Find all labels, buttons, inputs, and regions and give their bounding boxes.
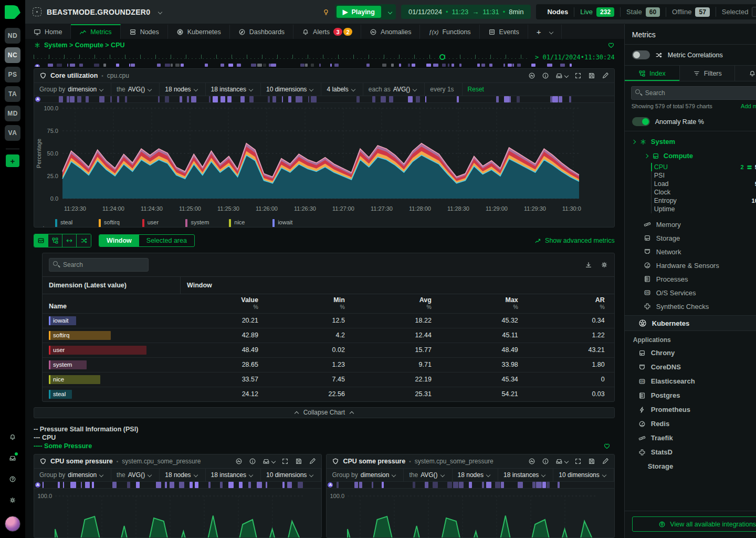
- sidebar-item-storage[interactable]: Storage: [625, 459, 756, 473]
- timeline-knob[interactable]: [439, 54, 445, 60]
- alerts-dropdown-icon[interactable]: [555, 458, 568, 465]
- reset-button[interactable]: Reset: [463, 83, 489, 96]
- table-row-system[interactable]: system28.651.239.7133.981.80: [43, 357, 614, 372]
- sidebar-leaf-cpu[interactable]: CPU250%: [625, 163, 756, 171]
- nodes-live[interactable]: Live232: [574, 7, 620, 17]
- segment-selected-area[interactable]: Selected area: [139, 235, 194, 246]
- help-icon[interactable]: [9, 474, 16, 484]
- column-header-value[interactable]: Value%: [181, 296, 268, 310]
- playing-button[interactable]: ▶Playing: [337, 6, 381, 18]
- anomaly-rate-toggle[interactable]: [632, 117, 650, 126]
- table-search-input[interactable]: [49, 258, 149, 272]
- space-name[interactable]: BEASTMODE.GROUNDZER0: [47, 8, 150, 16]
- filter-18-nodes[interactable]: 18 nodes: [453, 469, 498, 481]
- sidebar-leaf-psi[interactable]: PSI0%: [625, 171, 756, 180]
- anomalies-icon[interactable]: [528, 72, 536, 79]
- sidebar-item-network[interactable]: Network: [625, 245, 756, 258]
- column-header-min[interactable]: Min%: [268, 296, 354, 310]
- info-icon[interactable]: [542, 72, 549, 79]
- favorite-heart-icon[interactable]: [607, 42, 615, 49]
- sidebar-item-system[interactable]: System: [625, 134, 756, 149]
- workspace-ta[interactable]: TA: [5, 86, 20, 102]
- workspace-nd[interactable]: ND: [5, 28, 20, 44]
- save-icon[interactable]: [588, 458, 595, 465]
- sidebar-tab-index[interactable]: Index: [625, 66, 680, 81]
- column-header-max[interactable]: Max%: [441, 296, 528, 310]
- tab-nodes[interactable]: Nodes: [121, 24, 168, 39]
- anomalies-icon[interactable]: [235, 458, 243, 465]
- netdata-logo[interactable]: [0, 0, 25, 24]
- workspace-ps[interactable]: PS: [5, 67, 20, 82]
- sidebar-item-processes[interactable]: Processes: [625, 272, 756, 286]
- sidebar-item-traefik[interactable]: Traefik: [625, 431, 756, 445]
- add-more-charts-link[interactable]: Add more charts: [741, 103, 756, 109]
- add-workspace-button[interactable]: +: [6, 154, 19, 167]
- sidebar-leaf-uptime[interactable]: Uptime0%: [625, 205, 756, 213]
- legend-item-steal[interactable]: steal24.12 %: [55, 219, 91, 227]
- sidebar-tab-alerts[interactable]: Alerts: [735, 66, 756, 81]
- download-icon[interactable]: [585, 261, 592, 268]
- table-row-steal[interactable]: steal24.1222.5625.3154.210.03: [43, 387, 614, 401]
- filter-avg-[interactable]: each asAVG(): [363, 83, 425, 96]
- sidebar-item-coredns[interactable]: CoreDNS: [625, 360, 756, 374]
- column-header-ar[interactable]: AR%: [528, 296, 614, 310]
- legend-item-user[interactable]: user48.39 %: [142, 219, 178, 227]
- pressure-area-chart[interactable]: 100.0: [34, 489, 304, 538]
- annotate-icon[interactable]: [602, 72, 609, 79]
- legend-item-system[interactable]: system28.65 %: [185, 219, 222, 227]
- info-icon[interactable]: [249, 458, 256, 465]
- table-row-softirq[interactable]: softirq42.894.212.4445.111.22: [43, 328, 614, 343]
- sidebar-tab-filters[interactable]: Filters: [680, 66, 735, 81]
- sidebar-item-postgres[interactable]: Postgres: [625, 388, 756, 402]
- workspace-md[interactable]: MD: [5, 106, 20, 121]
- sidebar-leaf-clock[interactable]: Clock0%: [625, 188, 756, 196]
- filter-4-labels[interactable]: 4 labels: [321, 83, 363, 96]
- workspace-va[interactable]: VA: [5, 125, 20, 141]
- user-avatar[interactable]: [5, 516, 20, 532]
- filter-avg-[interactable]: theAVG(): [111, 83, 160, 96]
- filter-dimension[interactable]: Group bydimension: [327, 469, 404, 481]
- toolbox-button-2[interactable]: [62, 234, 77, 247]
- filter-10-dimensions[interactable]: 10 dimensions: [261, 83, 321, 96]
- stacked-area-chart[interactable]: 100.075.050.025.00.011:23:3011:24:0011:2…: [34, 103, 581, 215]
- legend-item-nice[interactable]: nice42.89 %: [229, 219, 265, 227]
- filter-dimension[interactable]: Group bydimension: [34, 83, 111, 96]
- sidebar-item-memory[interactable]: Memory: [625, 218, 756, 231]
- segment-window[interactable]: Window: [99, 235, 139, 246]
- sidebar-item-statsd[interactable]: StatsD: [625, 445, 756, 459]
- tab-alerts[interactable]: Alerts32: [293, 24, 361, 39]
- legend-item-iowait[interactable]: iowait20.21 %: [272, 219, 309, 227]
- tab-functions[interactable]: ƒ(x)Functions: [420, 24, 479, 39]
- sidebar-leaf-load[interactable]: Load50%: [625, 180, 756, 188]
- column-header-name[interactable]: Name: [43, 303, 181, 310]
- sidebar-item-storage[interactable]: Storage: [625, 231, 756, 245]
- inbox-icon[interactable]: [9, 453, 16, 463]
- tab-dashboards[interactable]: Dashboards: [230, 24, 293, 39]
- fullscreen-icon[interactable]: [574, 72, 582, 79]
- filter-18-nodes[interactable]: 18 nodes: [160, 83, 205, 96]
- sidebar-item-prometheus[interactable]: Prometheus: [625, 402, 756, 417]
- show-advanced-metrics-link[interactable]: Show advanced metrics: [534, 237, 615, 244]
- tab-events[interactable]: Events: [480, 24, 528, 39]
- metric-correlations-toggle[interactable]: [632, 50, 650, 59]
- fullscreen-icon[interactable]: [574, 458, 582, 465]
- view-integrations-button[interactable]: View all available integrations: [632, 516, 756, 532]
- notifications-bell-icon[interactable]: [9, 432, 16, 442]
- workspace-nc[interactable]: NC: [5, 47, 20, 63]
- news-bulb-icon[interactable]: [322, 8, 330, 16]
- filter-18-instances[interactable]: 18 instances: [206, 469, 261, 481]
- alerts-dropdown-icon[interactable]: [262, 458, 275, 465]
- breadcrumb[interactable]: System > Compute > CPU: [34, 42, 125, 49]
- sidebar-item-elasticsearch[interactable]: OSElasticsearch: [625, 374, 756, 388]
- sidebar-item-compute[interactable]: Compute: [625, 149, 756, 163]
- filter-dimension[interactable]: Group bydimension: [34, 469, 111, 481]
- column-header-avg[interactable]: Avg%: [354, 296, 441, 310]
- filter-18-instances[interactable]: 18 instances: [206, 83, 261, 96]
- sidebar-search-input[interactable]: [631, 86, 756, 100]
- filter-10-dimensions[interactable]: 10 dimensions: [553, 469, 614, 481]
- sidebar-item-hardware-sensors[interactable]: Hardware & Sensors: [625, 258, 756, 272]
- table-row-iowait[interactable]: iowait20.2112.518.2245.320.34: [43, 313, 614, 328]
- info-icon[interactable]: [542, 458, 549, 465]
- table-row-user[interactable]: user48.490.0215.7748.4943.21: [43, 343, 614, 357]
- tab-metrics[interactable]: Metrics: [71, 24, 120, 39]
